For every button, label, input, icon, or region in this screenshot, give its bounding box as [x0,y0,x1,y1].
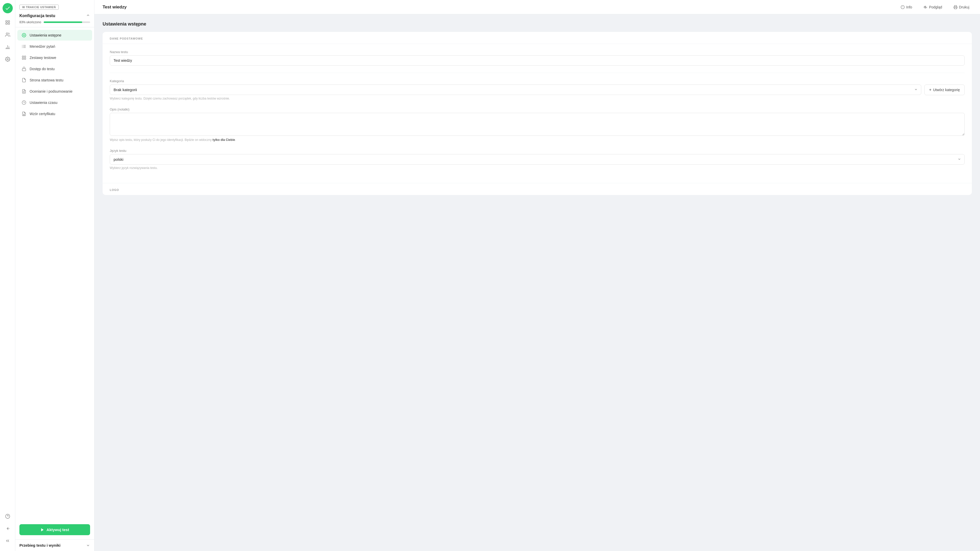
svg-rect-0 [6,21,7,22]
section-body: Nazwa testu Kategoria Brak kategorii [103,44,972,183]
sidebar-item-label: Ustawienia czasu [30,100,57,105]
nav-back-icon[interactable] [3,524,13,533]
svg-rect-23 [22,56,24,57]
svg-rect-2 [6,23,7,24]
info-label: Info [906,5,912,9]
language-select[interactable]: polski english [110,154,965,165]
nav-grid-icon[interactable] [3,18,13,27]
sidebar-item-label: Dostęp do testu [30,67,55,71]
sidebar-section2: Przebieg testu i wyniki [15,539,94,551]
preview-button[interactable]: Podgląd [921,3,945,11]
dane-podstawowe-heading: DANE PODSTAWOWE [103,32,972,44]
sidebar-item-label: Strona startowa testu [30,78,63,82]
field-language-label: Język testu [110,149,965,153]
logo-section-heading: LOGO [103,183,972,195]
ocenianie-icon [21,89,27,94]
category-select[interactable]: Brak kategorii [110,84,921,95]
svg-marker-32 [41,528,44,531]
main-content: Ustawienia wstępne DANE PODSTAWOWE Nazwa… [94,14,980,551]
sidebar-item-label: Ustawienia wstępne [30,33,62,37]
category-row: Brak kategorii + Utwórz kategorię [110,84,965,95]
field-name-label: Nazwa testu [110,50,965,54]
sidebar: W TRAKCIE USTAWIEŃ Konfiguracja testu 83… [15,0,94,551]
svg-point-4 [6,33,8,35]
field-notes-group: Opis (notatki) Wpisz opis testu, który p… [110,107,965,142]
nav-help-icon[interactable] [3,511,13,521]
nav-settings-icon[interactable] [3,54,13,64]
category-select-wrapper: Brak kategorii [110,84,921,95]
sidebar-item-ustawienia-czasu[interactable]: Ustawienia czasu [18,97,92,108]
sidebar-item-dostep[interactable]: Dostęp do testu [18,64,92,74]
svg-point-13 [24,35,25,36]
sidebar-item-ustawienia-wstepne[interactable]: Ustawienia wstępne [18,30,92,41]
svg-rect-26 [24,58,26,59]
svg-rect-1 [8,21,10,22]
sidebar-item-strona-startowa[interactable]: Strona startowa testu [18,75,92,86]
svg-point-20 [22,45,22,45]
svg-rect-3 [8,23,10,24]
sidebar-section2-title[interactable]: Przebieg testu i wyniki [19,543,90,548]
app-logo [3,3,13,13]
language-select-wrapper: polski english [110,154,965,165]
nav-collapse-icon[interactable] [3,536,13,546]
sidebar-item-wzor-certyfikatu[interactable]: Wzór certyfikatu [18,108,92,119]
dostep-icon [21,66,27,72]
status-badge: W TRAKCIE USTAWIEŃ [19,5,59,10]
strona-icon [21,78,27,83]
activate-test-button[interactable]: Aktywuj test [19,524,90,535]
progress-bar-container [44,21,90,23]
field-name-group: Nazwa testu [110,50,965,65]
field-notes-textarea[interactable] [110,113,965,136]
svg-rect-37 [955,7,956,9]
activate-btn-label: Aktywuj test [46,527,69,532]
icon-bar [0,0,15,551]
svg-rect-25 [22,58,24,59]
page-header-title: Test wiedzy [103,5,127,10]
settings-wstepne-icon [21,33,27,38]
notes-hint: Wpisz opis testu, który posłuży Ci do je… [110,138,965,142]
svg-point-36 [925,6,926,8]
progress-label: 83% ukończono [19,21,41,24]
svg-point-9 [7,59,8,60]
sidebar-item-label: Zestawy testowe [30,56,56,60]
create-category-plus-icon: + [929,88,932,92]
preview-label: Podgląd [929,5,942,9]
sidebar-item-label: Ocenianie i podsumowanie [30,89,73,93]
create-category-label: Utwórz kategorię [933,88,960,92]
sidebar-item-menedzer-pytan[interactable]: Menedżer pytań [18,41,92,52]
nav-chart-icon[interactable] [3,42,13,52]
sidebar-nav: Ustawienia wstępne Menedżer pytań [15,27,94,521]
language-hint: Wybierz język rozwiązywania testu. [110,166,965,170]
svg-rect-24 [24,56,26,57]
top-bar-actions: Info Podgląd Drukuj [898,3,972,11]
page-title: Ustawienia wstępne [103,21,972,27]
print-button[interactable]: Drukuj [951,3,972,11]
sidebar-item-label: Menedżer pytań [30,45,55,48]
main-area: Test wiedzy Info Podgląd [94,0,980,551]
category-hint: Wybierz kategorię testu. Dzięki czemu za… [110,97,965,100]
top-bar: Test wiedzy Info Podgląd [94,0,980,14]
sidebar-header: W TRAKCIE USTAWIEŃ Konfiguracja testu 83… [15,0,94,27]
print-label: Drukuj [959,5,969,9]
svg-rect-27 [22,68,26,71]
sidebar-item-zestawy-testowe[interactable]: Zestawy testowe [18,52,92,63]
certyfikat-icon [21,111,27,116]
config-collapse-icon[interactable] [86,13,90,18]
field-name-input[interactable] [110,56,965,65]
create-category-button[interactable]: + Utwórz kategorię [924,84,965,95]
svg-point-31 [24,114,24,115]
zestawy-icon [21,55,27,60]
svg-point-22 [22,47,22,48]
progress-bar-fill [44,21,82,23]
nav-users-icon[interactable] [3,30,13,40]
progress-row: 83% ukończono [19,21,90,24]
sidebar-config-title: Konfiguracja testu [19,13,90,18]
field-category-label: Kategoria [110,79,965,83]
field-notes-label: Opis (notatki) [110,107,965,111]
dane-podstawowe-card: DANE PODSTAWOWE Nazwa testu Kategoria Br… [103,32,972,195]
svg-point-21 [22,46,22,47]
czas-icon [21,100,27,105]
info-button[interactable]: Info [898,3,915,11]
sidebar-item-ocenianie[interactable]: Ocenianie i podsumowanie [18,86,92,97]
menedzer-icon [21,44,27,49]
